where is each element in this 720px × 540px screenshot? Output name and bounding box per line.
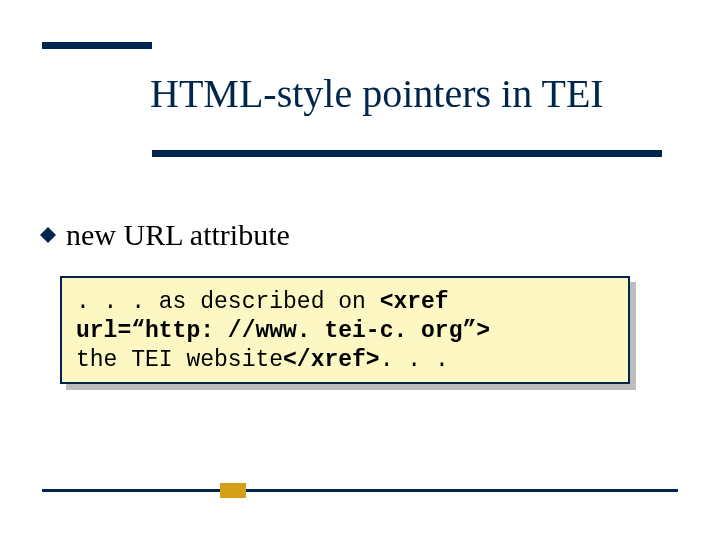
code-text-suffix: . . . (380, 347, 449, 373)
code-tag-close: </xref> (283, 347, 380, 373)
code-content-text: the TEI website (76, 347, 283, 373)
footer-divider (42, 489, 678, 492)
code-tag-open: <xref (380, 289, 449, 315)
footer-accent-block (220, 483, 246, 498)
code-box: . . . as described on <xref url=“http: /… (60, 276, 630, 384)
code-line-1: . . . as described on <xref (76, 288, 614, 317)
diamond-bullet-icon (40, 227, 56, 243)
code-line-3: the TEI website</xref>. . . (76, 346, 614, 375)
slide-title: HTML-style pointers in TEI (150, 70, 604, 117)
bullet-text: new URL attribute (66, 218, 290, 252)
code-text-prefix: . . . as described on (76, 289, 380, 315)
code-line-2: url=“http: //www. tei-c. org”> (76, 317, 614, 346)
svg-marker-0 (40, 227, 56, 243)
title-underline (152, 150, 662, 157)
bullet-item: new URL attribute (40, 218, 290, 252)
code-example: . . . as described on <xref url=“http: /… (60, 276, 630, 384)
decorative-top-bar (42, 42, 152, 49)
